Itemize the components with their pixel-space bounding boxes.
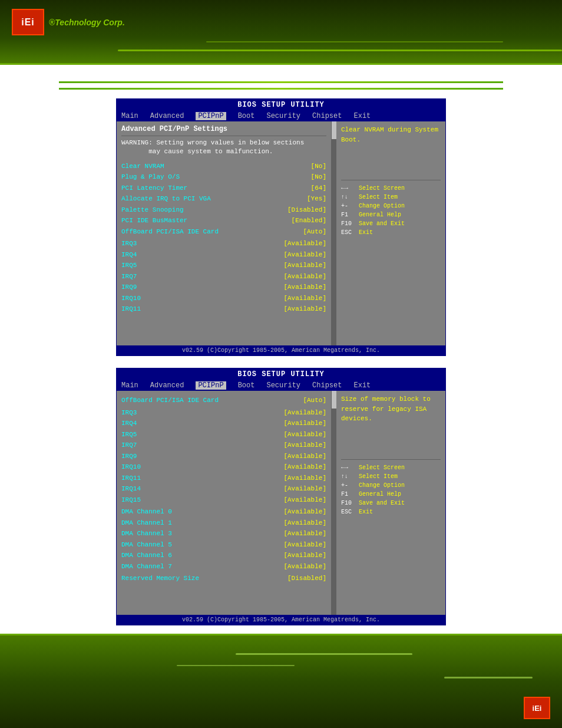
divider-1 — [121, 136, 326, 136]
scrollbar-1[interactable] — [332, 121, 336, 345]
row-irq3-2: IRQ3 [Available] — [121, 408, 326, 418]
row-irq3-1: IRQ3 [Available] — [121, 239, 326, 249]
row-dma7: DMA Channel 7 [Available] — [121, 562, 326, 572]
section-title-1: Advanced PCI/PnP Settings — [121, 125, 326, 133]
bios-nav-1: Main Advanced PCIPnP Boot Security Chips… — [117, 111, 445, 121]
row-pci-ide-bus: PCI IDE BusMaster [Enabled] — [121, 216, 326, 226]
bios-title-2: BIOS SETUP UTILITY — [117, 368, 445, 380]
row-reserved-memory: Reserved Memory Size [Disabled] — [121, 574, 326, 584]
help-esc-1: ESC Exit — [341, 229, 441, 237]
bios-side-panel-2: Size of memory block to reserve for lega… — [336, 391, 445, 615]
row-dma5: DMA Channel 5 [Available] — [121, 540, 326, 550]
scrollbar-thumb-2 — [332, 391, 336, 409]
help-esc-2: ESC Exit — [341, 508, 441, 516]
row-irq7-2: IRQ7 [Available] — [121, 440, 326, 450]
bios-screen-1: BIOS SETUP UTILITY Main Advanced PCIPnP … — [116, 98, 446, 356]
row-irq10-2: IRQ10 [Available] — [121, 462, 326, 472]
row-dma3: DMA Channel 3 [Available] — [121, 529, 326, 539]
row-dma6: DMA Channel 6 [Available] — [121, 551, 326, 561]
row-clear-nvram: Clear NVRAM [No] — [121, 162, 326, 172]
help-select-screen-2: ←→ Select Screen — [341, 464, 441, 472]
company-name: ®Technology Corp. — [49, 18, 125, 27]
row-irq11-1: IRQ11 [Available] — [121, 304, 326, 314]
nav-pcipnp-2[interactable]: PCIPnP — [196, 381, 226, 390]
logo-area: iEi ®Technology Corp. — [12, 9, 125, 35]
bios-body-2: OffBoard PCI/ISA IDE Card [Auto] IRQ3 [A… — [117, 391, 445, 615]
bios-side-panel-1: Clear NVRAM during System Boot. ←→ Selec… — [336, 121, 445, 345]
header-area: iEi ®Technology Corp. — [0, 0, 562, 65]
row-irq4-2: IRQ4 [Available] — [121, 419, 326, 429]
help-save-2: F10 Save and Exit — [341, 499, 441, 508]
help-general-2: F1 General Help — [341, 490, 441, 499]
help-general-1: F1 General Help — [341, 211, 441, 219]
row-offboard-pci-2: OffBoard PCI/ISA IDE Card [Auto] — [121, 396, 326, 406]
help-keys-2: ←→ Select Screen ↑↓ Select Item +- Chang… — [341, 459, 441, 516]
help-select-screen-1: ←→ Select Screen — [341, 185, 441, 193]
bios-main-panel-1: Advanced PCI/PnP Settings WARNING: Setti… — [117, 121, 332, 345]
nav-chipset-2[interactable]: Chipset — [312, 381, 342, 390]
scrollbar-2[interactable] — [332, 391, 336, 615]
row-irq14-2: IRQ14 [Available] — [121, 484, 326, 494]
help-change-option-1: +- Change Option — [341, 202, 441, 210]
row-irq15-2: IRQ15 [Available] — [121, 495, 326, 505]
row-irq11-2: IRQ11 [Available] — [121, 473, 326, 483]
bios-footer-2: v02.59 (C)Copyright 1985-2005, American … — [117, 615, 445, 625]
help-change-option-2: +- Change Option — [341, 482, 441, 490]
nav-exit-2[interactable]: Exit — [353, 381, 371, 390]
help-keys-1: ←→ Select Screen ↑↓ Select Item +- Chang… — [341, 180, 441, 237]
divider-line-2 — [59, 88, 503, 90]
row-dma0: DMA Channel 0 [Available] — [121, 507, 326, 517]
row-irq9-2: IRQ9 [Available] — [121, 452, 326, 462]
company-logo: iEi — [12, 9, 44, 35]
help-select-item-1: ↑↓ Select Item — [341, 193, 441, 202]
help-select-item-2: ↑↓ Select Item — [341, 473, 441, 481]
bios-screens-container: BIOS SETUP UTILITY Main Advanced PCIPnP … — [59, 98, 503, 625]
help-save-1: F10 Save and Exit — [341, 220, 441, 228]
pcb-trace-bottom-3 — [444, 677, 533, 678]
warning-text-1: WARNING: Setting wrong values in below s… — [121, 139, 326, 157]
row-irq5-2: IRQ5 [Available] — [121, 430, 326, 440]
row-irq9-1: IRQ9 [Available] — [121, 282, 326, 292]
row-irq7-1: IRQ7 [Available] — [121, 272, 326, 282]
nav-boot-2[interactable]: Boot — [238, 381, 255, 390]
nav-chipset-1[interactable]: Chipset — [312, 112, 342, 120]
nav-security-2[interactable]: Security — [266, 381, 300, 390]
nav-advanced-1[interactable]: Advanced — [150, 112, 184, 120]
bios-screen-2: BIOS SETUP UTILITY Main Advanced PCIPnP … — [116, 368, 446, 625]
row-offboard-pci: OffBoard PCI/ISA IDE Card [Auto] — [121, 227, 326, 237]
nav-main-2[interactable]: Main — [121, 381, 138, 390]
bios-title-1: BIOS SETUP UTILITY — [117, 99, 445, 111]
nav-pcipnp-1[interactable]: PCIPnP — [196, 112, 226, 120]
nav-exit-1[interactable]: Exit — [353, 112, 371, 120]
row-pci-latency: PCI Latency Timer [64] — [121, 183, 326, 193]
row-palette-snooping: Palette Snooping [Disabled] — [121, 205, 326, 215]
side-help-text-1: Clear NVRAM during System Boot. — [341, 125, 441, 144]
scrollbar-thumb-1 — [332, 121, 336, 139]
row-irq5-1: IRQ5 [Available] — [121, 261, 326, 271]
pcb-trace-bottom-1 — [236, 653, 412, 655]
bios-nav-2: Main Advanced PCIPnP Boot Security Chips… — [117, 380, 445, 391]
bios-footer-1: v02.59 (C)Copyright 1985-2005, American … — [117, 345, 445, 355]
row-irq10-1: IRQ10 [Available] — [121, 294, 326, 304]
nav-advanced-2[interactable]: Advanced — [150, 381, 184, 390]
divider-line-1 — [59, 81, 503, 83]
row-dma1: DMA Channel 1 [Available] — [121, 518, 326, 528]
bios-body-1: Advanced PCI/PnP Settings WARNING: Setti… — [117, 121, 445, 345]
bottom-logo-box: iEi — [524, 697, 550, 719]
pcb-trace-bottom-2 — [177, 665, 295, 666]
bottom-pcb-area: iEi — [0, 634, 562, 728]
pcb-trace-header — [118, 50, 562, 51]
nav-security-1[interactable]: Security — [266, 112, 300, 120]
bios-main-panel-2: OffBoard PCI/ISA IDE Card [Auto] IRQ3 [A… — [117, 391, 332, 615]
bottom-logo: iEi — [524, 697, 550, 719]
row-plug-play: Plug & Play O/S [No] — [121, 172, 326, 182]
nav-boot-1[interactable]: Boot — [238, 112, 255, 120]
nav-main-1[interactable]: Main — [121, 112, 138, 120]
side-help-text-2: Size of memory block to reserve for lega… — [341, 394, 441, 424]
row-irq4-1: IRQ4 [Available] — [121, 250, 326, 260]
content-area: BIOS SETUP UTILITY Main Advanced PCIPnP … — [0, 65, 562, 634]
pcb-trace-header2 — [206, 41, 503, 42]
row-allocate-irq: Allocate IRQ to PCI VGA [Yes] — [121, 194, 326, 204]
